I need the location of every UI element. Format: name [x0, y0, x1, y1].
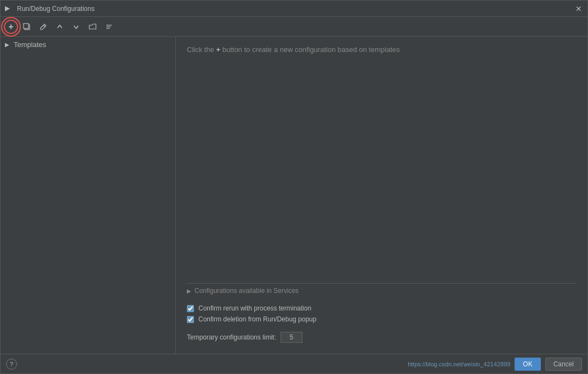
move-down-button[interactable]: [68, 20, 84, 34]
limit-label: Temporary configurations limit:: [187, 333, 276, 341]
dialog-icon: ▶: [5, 4, 14, 13]
section-arrow-icon: ▶: [187, 288, 191, 294]
dialog-title: Run/Debug Configurations: [17, 5, 94, 13]
close-button[interactable]: ✕: [574, 4, 583, 13]
hint-text: Click the + button to create a new confi…: [187, 45, 576, 54]
footer-link[interactable]: https://blog.csdn.net/weixin_42142899: [408, 361, 510, 367]
svg-rect-1: [24, 24, 28, 28]
hint-prefix: Click the: [187, 45, 214, 54]
footer: ? https://blog.csdn.net/weixin_42142899 …: [1, 354, 587, 373]
title-bar: ▶ Run/Debug Configurations ✕: [1, 1, 587, 17]
hint-suffix: button to create a new configuration bas…: [222, 45, 400, 54]
sidebar-item-templates[interactable]: ▶ Templates: [1, 39, 175, 50]
ok-button[interactable]: OK: [515, 358, 540, 371]
folder-button[interactable]: [85, 20, 100, 34]
sort-icon: [105, 23, 113, 31]
checkbox-deletion-label: Confirm deletion from Run/Debug popup: [198, 315, 316, 323]
right-bottom-section: ▶ Configurations available in Services C…: [187, 283, 576, 345]
cancel-button[interactable]: Cancel: [545, 358, 582, 371]
title-bar-left: ▶ Run/Debug Configurations: [5, 4, 94, 13]
help-button[interactable]: ?: [6, 359, 17, 370]
right-panel: Click the + button to create a new confi…: [176, 37, 587, 354]
checkboxes-section: Confirm rerun with process termination C…: [187, 302, 576, 325]
footer-left: ?: [6, 359, 17, 370]
limit-row: Temporary configurations limit:: [187, 330, 576, 345]
templates-label: Templates: [14, 41, 46, 49]
hint-plus-symbol: +: [216, 45, 222, 54]
sidebar: ▶ Templates: [1, 37, 176, 354]
wrench-icon: [39, 23, 47, 31]
add-button-wrapper: +: [4, 20, 18, 34]
checkbox-deletion-row[interactable]: Confirm deletion from Run/Debug popup: [187, 315, 576, 323]
checkbox-deletion[interactable]: [187, 316, 194, 323]
sort-button[interactable]: [101, 20, 117, 34]
arrow-up-icon: [56, 23, 64, 31]
checkbox-rerun-label: Confirm rerun with process termination: [198, 304, 311, 312]
checkbox-rerun-row[interactable]: Confirm rerun with process termination: [187, 304, 576, 312]
configurations-section-label: Configurations available in Services: [195, 287, 299, 295]
toolbar: +: [1, 17, 587, 37]
configurations-available-section[interactable]: ▶ Configurations available in Services: [187, 283, 576, 298]
arrow-down-icon: [72, 23, 80, 31]
folder-icon: [89, 23, 96, 31]
copy-button[interactable]: [19, 20, 35, 34]
footer-right: https://blog.csdn.net/weixin_42142899 OK…: [408, 358, 582, 371]
run-debug-dialog: ▶ Run/Debug Configurations ✕ +: [0, 0, 588, 374]
copy-icon: [23, 23, 31, 31]
main-content: ▶ Templates Click the + button to create…: [1, 37, 587, 354]
limit-input[interactable]: [281, 332, 302, 343]
add-configuration-button[interactable]: +: [4, 20, 18, 34]
tree-arrow-icon: ▶: [5, 42, 12, 48]
move-up-button[interactable]: [52, 20, 67, 34]
edit-button[interactable]: [36, 20, 51, 34]
svg-line-2: [43, 25, 45, 27]
checkbox-rerun[interactable]: [187, 305, 194, 312]
